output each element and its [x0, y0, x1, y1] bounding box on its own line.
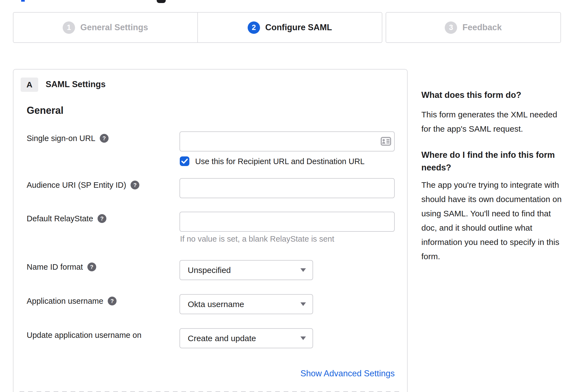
contact-card-icon[interactable] [381, 137, 391, 146]
wizard-step-bar: 1 General Settings 2 Configure SAML 3 Fe… [13, 12, 561, 43]
help-answer-2-line: using SAML. You'll need to find that [421, 206, 570, 221]
chevron-down-icon [300, 302, 306, 306]
help-answer-2-line: form. [421, 249, 570, 264]
help-question-2-line: needs? [421, 161, 570, 174]
cutoff-logo-fragment [157, 0, 166, 3]
update-username-label-row: Update application username on [27, 330, 142, 341]
step-2-label: Configure SAML [265, 23, 332, 32]
step-group-1-2: 1 General Settings 2 Configure SAML [13, 12, 382, 43]
help-answer-2-line: The app you're trying to integrate with [421, 178, 570, 192]
help-icon[interactable]: ? [131, 181, 139, 189]
nameid-format-select[interactable]: Unspecified [179, 260, 313, 280]
help-answer-2-line: doc, and it should outline what [421, 221, 570, 235]
step-2-number-badge: 2 [248, 21, 260, 34]
sso-url-input[interactable] [179, 131, 395, 151]
cutoff-title-fragment [21, 0, 25, 2]
help-question-1: What does this form do? [421, 89, 570, 101]
help-question-2-line: Where do I find the info this form [421, 149, 570, 161]
panel-title: SAML Settings [46, 79, 106, 89]
help-answer-2-line: information you need to specify in this [421, 235, 570, 249]
saml-settings-panel: A SAML Settings General Single sign-on U… [13, 69, 408, 392]
help-answer-2-line: should have its own documentation on [421, 192, 570, 206]
show-advanced-settings-link[interactable]: Show Advanced Settings [179, 369, 395, 379]
checkmark-icon [181, 159, 188, 164]
help-sidebar: What does this form do? This form genera… [421, 89, 570, 264]
section-a-badge: A [21, 78, 38, 92]
step-group-3: 3 Feedback [386, 12, 561, 43]
relaystate-label: Default RelayState [27, 214, 93, 223]
relaystate-input[interactable] [179, 212, 395, 232]
nameid-format-label-row: Name ID format ? [27, 261, 96, 272]
nameid-format-label: Name ID format [27, 263, 83, 272]
recipient-url-checkbox-label: Use this for Recipient URL and Destinati… [195, 156, 364, 167]
general-section-heading: General [27, 105, 63, 116]
audience-uri-input[interactable] [179, 178, 395, 198]
help-icon[interactable]: ? [108, 297, 117, 305]
audience-uri-label-row: Audience URI (SP Entity ID) ? [27, 180, 139, 191]
step-3-label: Feedback [462, 23, 502, 32]
step-1-number-badge: 1 [63, 21, 75, 34]
step-general-settings[interactable]: 1 General Settings [13, 13, 197, 42]
recipient-url-checkbox[interactable] [180, 156, 189, 166]
chevron-down-icon [300, 336, 306, 340]
help-answer-1-line: for the app's SAML request. [421, 122, 570, 136]
sso-url-label: Single sign-on URL [27, 134, 95, 143]
help-answer-1-line: This form generates the XML needed [421, 107, 570, 122]
update-username-select[interactable]: Create and update [179, 328, 313, 348]
step-configure-saml[interactable]: 2 Configure SAML [197, 13, 382, 42]
nameid-format-value: Unspecified [188, 266, 231, 275]
update-username-value: Create and update [188, 334, 256, 343]
help-icon[interactable]: ? [98, 214, 106, 223]
app-username-select[interactable]: Okta username [179, 294, 313, 314]
help-icon[interactable]: ? [100, 134, 109, 143]
app-username-label-row: Application username ? [27, 296, 117, 307]
step-feedback[interactable]: 3 Feedback [386, 13, 560, 42]
help-icon[interactable]: ? [87, 263, 96, 271]
chevron-down-icon [300, 268, 306, 272]
sso-url-label-row: Single sign-on URL ? [27, 133, 109, 144]
app-username-label: Application username [27, 297, 103, 306]
audience-uri-label: Audience URI (SP Entity ID) [27, 181, 126, 190]
app-username-value: Okta username [188, 300, 244, 309]
step-1-label: General Settings [80, 23, 148, 32]
step-3-number-badge: 3 [445, 21, 457, 34]
relaystate-label-row: Default RelayState ? [27, 213, 106, 224]
relaystate-hint: If no value is set, a blank RelayState i… [180, 234, 334, 244]
update-username-label: Update application username on [27, 331, 142, 340]
